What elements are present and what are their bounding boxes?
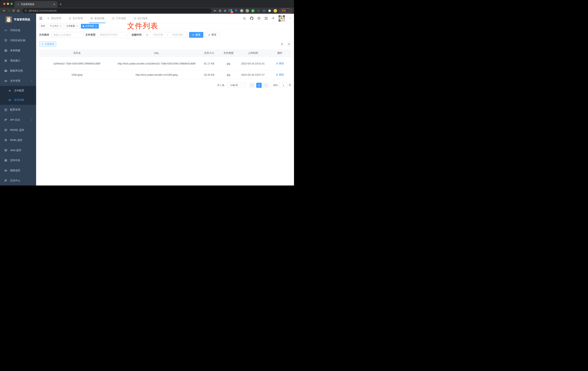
sidebar-item-log-center[interactable]: 日志中心	[0, 176, 36, 186]
sidebar-item-file-management[interactable]: 文件管理	[0, 76, 36, 86]
sidebar-item-tracing[interactable]: 链路追踪	[0, 165, 36, 176]
close-icon[interactable]	[76, 25, 78, 27]
trash-icon	[276, 62, 278, 65]
tag-file-list[interactable]: 文件列表	[81, 24, 99, 29]
tab-close-icon[interactable]: ✕	[53, 3, 55, 6]
sidebar-item-scheduled-tasks[interactable]: 定时任务	[0, 155, 36, 165]
password-key-icon[interactable]	[213, 9, 217, 12]
current-page-button[interactable]: 1	[256, 83, 262, 88]
share-icon[interactable]	[219, 9, 221, 12]
sidebar-logo[interactable]: 芋道管理系统	[0, 14, 36, 25]
date-range-picker[interactable]: 开始日期 - 结束日期	[144, 32, 187, 38]
home-button[interactable]	[16, 8, 21, 13]
tag-home[interactable]: 首页	[39, 24, 47, 29]
forward-button[interactable]	[7, 8, 11, 13]
file-path-input[interactable]	[53, 33, 82, 36]
close-icon[interactable]	[60, 25, 62, 27]
main-area: 系统管理 支付管理 基础设施 工作流程 统计报表 TT	[36, 14, 294, 186]
sidebar-item-code-gen[interactable]: 代码生成	[0, 25, 36, 35]
eye-icon	[4, 169, 7, 172]
fullscreen-icon[interactable]	[264, 17, 268, 20]
delete-button[interactable]: 删除	[276, 73, 284, 76]
extension-tab-manager-icon[interactable]: 11	[229, 9, 232, 12]
col-header-filename: 文件名	[39, 52, 115, 55]
browser-tab[interactable]: 芋道管理系统 ✕	[14, 1, 57, 8]
page-size-select[interactable]: 10条/页	[227, 83, 245, 88]
filter-form: 文件路径 文件类型 请选择文件类型 创建时间 开始日期 - 结束日期	[39, 32, 291, 38]
extension-balloon-icon[interactable]	[234, 9, 238, 12]
sidebar-item-redis-monitor[interactable]: Redis 监控	[0, 135, 36, 145]
bookmark-star-icon[interactable]	[224, 9, 227, 12]
next-page-button[interactable]	[263, 83, 269, 88]
app-frame: 芋道管理系统 代码生成 代码生成示例 表单构建 系统接口 数据库文档 文件管理 …	[0, 14, 294, 186]
extension-smiley-icon[interactable]	[273, 9, 277, 12]
nav-item-reports[interactable]: 统计报表	[133, 14, 148, 23]
browser-update-button[interactable]: 更新 ⋮	[280, 9, 292, 13]
extension-eye-icon[interactable]	[262, 9, 266, 12]
close-icon[interactable]	[95, 25, 97, 27]
delete-button[interactable]: 删除	[276, 62, 284, 65]
prev-page-button[interactable]	[249, 83, 255, 88]
new-tab-button[interactable]: +	[57, 1, 64, 8]
table-row: 1000.jpeg http://test.yudao.iocoder.cn/1…	[39, 70, 291, 79]
avatar[interactable]	[278, 15, 285, 22]
app-title: 芋道管理系统	[14, 18, 30, 21]
tag-file-config[interactable]: 文件配置	[64, 24, 80, 29]
nav-item-payment[interactable]: 支付管理	[68, 14, 83, 23]
upload-file-button[interactable]: 上传文件	[39, 41, 56, 47]
refresh-table-button[interactable]	[286, 42, 291, 46]
sidebar-item-file-list[interactable]: 文件列表	[0, 95, 36, 105]
table-row: a294ecb2-73dd-4353-bf40-296b8931d0bf htt…	[39, 57, 291, 70]
briefcase-icon	[112, 17, 115, 20]
top-nav: 系统管理 支付管理 基础设施 工作流程 统计报表	[46, 14, 155, 23]
sidebar-item-db-doc[interactable]: 数据库文档	[0, 66, 36, 76]
back-button[interactable]	[2, 8, 7, 13]
nav-item-workflow[interactable]: 工作流程	[111, 14, 126, 23]
sliders-icon	[4, 59, 7, 62]
search-button[interactable]: 搜索	[189, 32, 203, 38]
tag-profile[interactable]: 个人中心	[48, 24, 63, 29]
nav-item-infrastructure[interactable]: 基础设施	[90, 14, 105, 23]
sidebar-item-file-config[interactable]: 文件配置	[0, 86, 36, 95]
caret-down-icon[interactable]	[289, 17, 291, 20]
search-icon[interactable]	[243, 17, 246, 20]
sidebar-item-mysql-monitor[interactable]: MySQL 监控	[0, 125, 36, 135]
end-date-placeholder: 结束日期	[170, 33, 185, 36]
reset-button[interactable]: 重置	[205, 32, 220, 38]
browser-menu-icon[interactable]: ⋮	[287, 10, 290, 12]
sidebar-item-form-builder[interactable]: 表单构建	[0, 45, 36, 56]
maximize-window-button[interactable]	[10, 3, 13, 5]
nav-item-system[interactable]: 系统管理	[46, 14, 62, 23]
update-label: 更新	[282, 9, 286, 12]
file-type-select[interactable]: 请选择文件类型	[97, 32, 130, 38]
extension-green-star-icon[interactable]	[257, 9, 260, 12]
sidebar-item-code-gen-demo[interactable]: 代码生成示例	[0, 35, 36, 45]
goto-page-input[interactable]	[279, 83, 287, 88]
navbar-right: TT	[243, 15, 291, 22]
sidebar-menu: 代码生成 代码生成示例 表单构建 系统接口 数据库文档 文件管理 文件配置 文件…	[0, 25, 36, 186]
site-info-icon[interactable]	[25, 9, 27, 12]
chevron-up-icon	[31, 80, 33, 82]
github-icon[interactable]	[250, 17, 253, 20]
extension-command-icon[interactable]: ⌘	[240, 9, 243, 12]
file-type-placeholder: 请选择文件类型	[100, 33, 117, 36]
code-icon	[4, 29, 7, 32]
close-window-button[interactable]	[3, 3, 5, 5]
minimize-window-button[interactable]	[7, 3, 9, 5]
sidebar-item-api-log[interactable]: API 日志	[0, 115, 36, 125]
reload-button[interactable]	[11, 8, 16, 13]
sidebar-item-system-api[interactable]: 系统接口	[0, 56, 36, 66]
sidebar-item-java-monitor[interactable]: Java 监控	[0, 145, 36, 155]
sidebar-item-config-management[interactable]: 配置管理	[0, 105, 36, 115]
extensions-puzzle-icon[interactable]	[268, 9, 272, 12]
font-size-icon[interactable]: TT	[272, 17, 274, 20]
cell-filename: 1000.jpeg	[39, 73, 115, 76]
file-table: 文件名 URL 文件大小 文件类型 上传时间 操作 a294ecb2-73dd-…	[39, 50, 291, 79]
infra-check-icon	[90, 17, 93, 20]
help-icon[interactable]	[257, 17, 261, 20]
show-search-button[interactable]	[280, 42, 284, 46]
sidebar-fold-icon[interactable]	[39, 16, 43, 20]
url-bar[interactable]: 127.0.0.1:1024/infra/file/file	[22, 8, 212, 13]
extension-y-icon[interactable]: y	[251, 9, 255, 12]
extension-recorder-icon[interactable]	[245, 9, 249, 12]
